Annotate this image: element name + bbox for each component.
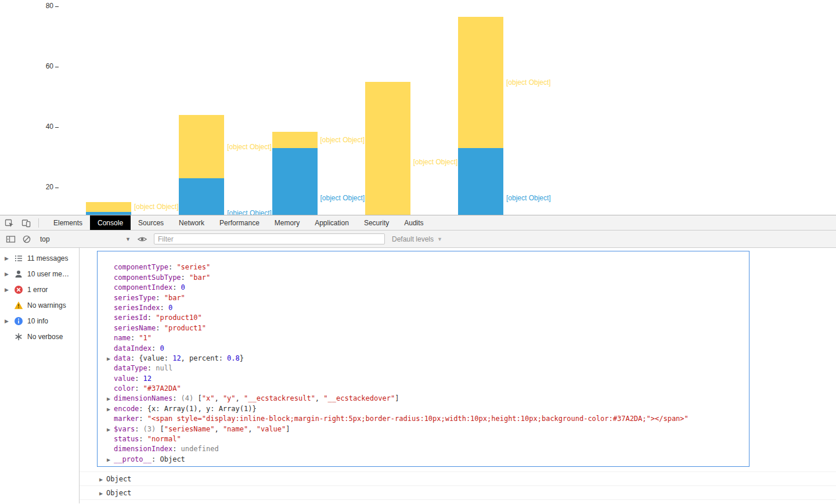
chevron-down-icon: [125, 236, 131, 242]
tabbar-separator: [38, 218, 39, 228]
bar-segment-product2-cat5: [458, 17, 503, 148]
sidebar-item-10-user-me-[interactable]: ▶10 user me…: [0, 266, 79, 282]
frame-context-label: top: [40, 235, 50, 243]
tab-network[interactable]: Network: [171, 215, 212, 230]
bar-label-product2-cat3: [object Object]: [320, 135, 365, 145]
collapsed-object-message[interactable]: ▶Object: [80, 471, 836, 485]
devtools-tabbar: ElementsConsoleSourcesNetworkPerformance…: [0, 215, 836, 231]
messages-icon: [14, 254, 23, 263]
object-property-line: dimensionIndex: undefined: [100, 444, 747, 454]
expander-icon[interactable]: ▶: [107, 424, 114, 434]
object-header-line: ▼Objecti: [100, 253, 747, 262]
object-label: Object: [106, 475, 131, 483]
bar-label-product2-cat4: [object Object]: [413, 157, 458, 167]
expander-icon[interactable]: ▶: [99, 487, 106, 501]
object-property-line: seriesName: "product1": [100, 323, 747, 333]
object-property-line: componentType: "series": [100, 262, 747, 272]
console-body: ▶11 messages▶10 user me…▶1 errorNo warni…: [0, 248, 836, 503]
console-filter-input[interactable]: [154, 233, 385, 244]
tab-elements[interactable]: Elements: [46, 215, 90, 230]
object-label: Object: [106, 489, 131, 497]
collapsed-object-message[interactable]: ▶Object: [80, 485, 836, 499]
collapsed-object-messages: ▶Object▶Object▶Object: [80, 471, 836, 503]
expander-icon[interactable]: ▶: [99, 473, 106, 487]
frame-context-selector[interactable]: top: [38, 235, 131, 243]
object-property-line: ▶__proto__: Object: [100, 455, 747, 465]
bar-segment-product2-cat3: [272, 132, 318, 149]
expander-icon[interactable]: ▶: [5, 318, 11, 324]
object-property-line: seriesId: "product10": [100, 313, 747, 323]
sidebar-item-no-verbose[interactable]: No verbose: [0, 329, 79, 344]
object-property-line: value: 12: [100, 374, 747, 384]
sidebar-item-no-warnings[interactable]: No warnings: [0, 297, 79, 313]
object-property-line: dataType: null: [100, 363, 747, 373]
object-property-line: ▶dimensionNames: (4) ["x", "y", "__ecsta…: [100, 394, 747, 404]
expander-icon[interactable]: ▶: [107, 404, 114, 414]
object-property-line: componentIndex: 0: [100, 283, 747, 293]
bar-segment-product2-cat1: [86, 202, 131, 212]
y-axis-tick-label: 60: [37, 62, 53, 70]
object-property-line: name: "1": [100, 333, 747, 343]
console-sidebar-toggle-icon[interactable]: [6, 235, 16, 244]
bar-label-product1-cat2: [object Object]: [227, 208, 272, 215]
sidebar-item-1-error[interactable]: ▶1 error: [0, 282, 79, 297]
object-property-line: ▶$vars: (3) ["seriesName", "name", "valu…: [100, 424, 747, 434]
chevron-down-icon: [437, 236, 442, 242]
sidebar-item-label: 10 user me…: [27, 270, 69, 278]
sidebar-item-10-info[interactable]: ▶10 info: [0, 313, 79, 329]
eye-icon[interactable]: [137, 235, 147, 244]
object-property-line: componentSubType: "bar": [100, 273, 747, 283]
expander-icon[interactable]: ▶: [5, 287, 11, 293]
sidebar-item-label: No verbose: [27, 333, 63, 341]
y-axis-tick-mark: [55, 188, 59, 188]
error-icon: [14, 285, 23, 294]
object-property-line: color: "#37A2DA": [100, 384, 747, 394]
y-axis-tick-label: 40: [37, 123, 53, 131]
tab-security[interactable]: Security: [356, 215, 397, 230]
object-property-line: seriesIndex: 0: [100, 303, 747, 313]
y-axis-tick-mark: [55, 6, 59, 7]
expander-icon[interactable]: ▶: [107, 394, 114, 404]
bar-segment-product1-cat3: [272, 148, 318, 215]
bar-label-product2-cat2: [object Object]: [227, 142, 272, 152]
object-label: Object: [106, 503, 131, 503]
bar-label-product1-cat3: [object Object]: [320, 193, 365, 203]
y-axis-tick-mark: [55, 127, 59, 128]
console-toolbar: top Default levels: [0, 231, 836, 248]
warning-icon: [14, 301, 23, 310]
object-property-line: dataIndex: 0: [100, 344, 747, 354]
device-toolbar-icon[interactable]: [21, 218, 31, 228]
inspect-element-icon[interactable]: [5, 218, 14, 228]
console-sidebar: ▶11 messages▶10 user me…▶1 errorNo warni…: [0, 248, 80, 503]
tabbar-icons: [0, 215, 46, 230]
sidebar-item-11-messages[interactable]: ▶11 messages: [0, 250, 79, 266]
tab-memory[interactable]: Memory: [267, 215, 307, 230]
tab-performance[interactable]: Performance: [212, 215, 267, 230]
stacked-bar-chart: 20406080[object Object][object Object][o…: [0, 0, 836, 215]
collapsed-object-message[interactable]: ▶Object: [80, 499, 836, 503]
expander-icon[interactable]: ▶: [99, 501, 106, 503]
bar-segment-product1-cat5: [458, 148, 503, 215]
tab-console[interactable]: Console: [90, 215, 131, 230]
bar-label-product2-cat1: [object Object]: [134, 202, 179, 211]
tab-application[interactable]: Application: [307, 215, 356, 230]
tab-audits[interactable]: Audits: [397, 215, 431, 230]
bar-segment-product2-cat2: [179, 115, 224, 178]
y-axis-tick-label: 80: [37, 2, 53, 10]
bar-segment-product1-cat2: [179, 178, 224, 215]
expander-icon[interactable]: ▶: [5, 271, 11, 277]
bar-label-product1-cat5: [object Object]: [506, 193, 551, 203]
sidebar-item-label: 1 error: [27, 286, 48, 294]
sidebar-item-label: 11 messages: [27, 254, 68, 262]
expander-icon[interactable]: ▶: [5, 255, 11, 261]
info-icon: [14, 316, 23, 326]
clear-console-icon[interactable]: [22, 235, 31, 244]
tab-sources[interactable]: Sources: [131, 215, 171, 230]
expander-icon[interactable]: ▶: [107, 354, 114, 363]
bar-label-product2-cat5: [object Object]: [506, 78, 551, 87]
user-icon: [14, 269, 23, 279]
expander-icon[interactable]: ▶: [107, 455, 114, 465]
verbose-icon: [14, 332, 23, 341]
object-property-line: marker: "<span style="display:inline-blo…: [100, 414, 747, 424]
default-levels-dropdown[interactable]: Default levels: [392, 235, 442, 243]
